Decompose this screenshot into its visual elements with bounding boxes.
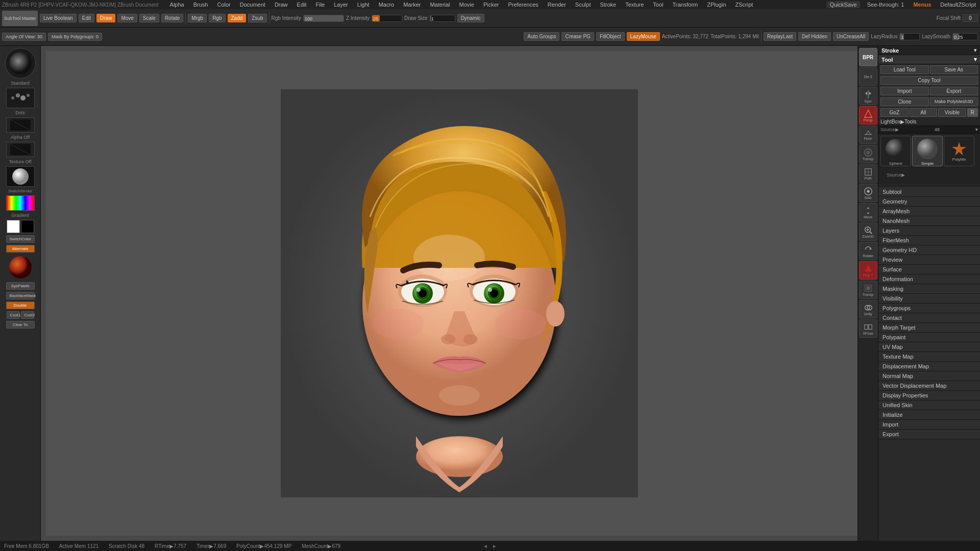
tool-item-deformation[interactable]: Deformation — [878, 274, 980, 284]
tool-item-visibility[interactable]: Visibility — [878, 294, 980, 304]
persp-icon-btn[interactable]: Persp — [859, 106, 877, 124]
menu-layer[interactable]: Layer — [332, 2, 350, 8]
menu-zscript[interactable]: ZScript — [733, 2, 755, 8]
make-polymesh-btn[interactable]: Make PolyMesh3D — [930, 97, 978, 106]
clone-btn[interactable]: Clone — [880, 97, 929, 106]
bpr-icon-btn[interactable]: BPR — [859, 48, 877, 66]
menu-color[interactable]: Color — [215, 2, 232, 8]
menu-render[interactable]: Render — [546, 2, 568, 8]
rgb-btn[interactable]: Rgb — [209, 14, 225, 22]
crease-pg-btn[interactable]: Crease PG — [561, 32, 594, 41]
tool-item-geometryhd[interactable]: Geometry HD — [878, 245, 980, 255]
menus-btn[interactable]: Menus — [911, 2, 933, 8]
see-through-label[interactable]: See-through: 1 — [865, 2, 906, 8]
tool-item-export[interactable]: Export — [878, 430, 980, 439]
draw-btn[interactable]: Draw — [96, 14, 115, 22]
canvas-inner[interactable] — [46, 51, 873, 536]
tool-item-nanomesh[interactable]: NanoMesh — [878, 216, 980, 226]
tool-item-display-properties[interactable]: Display Properties — [878, 391, 980, 400]
menu-document[interactable]: Document — [238, 2, 267, 8]
menu-transform[interactable]: Transform — [671, 2, 700, 8]
menu-zplugin[interactable]: ZPlugin — [705, 2, 728, 8]
zadd-btn[interactable]: Zadd — [228, 14, 247, 22]
mrgb-btn[interactable]: Mrgb — [188, 14, 207, 22]
switch-color-btn[interactable]: SwitchColor — [6, 235, 35, 243]
sphere-preview[interactable] — [6, 166, 35, 187]
dots-preview[interactable] — [6, 88, 35, 108]
angle-of-view[interactable]: Angle Of View: 30 — [2, 33, 46, 41]
menu-macro[interactable]: Macro — [377, 2, 397, 8]
menu-alpha[interactable]: Alpha — [168, 2, 186, 8]
menu-light[interactable]: Light — [355, 2, 372, 8]
menu-preferences[interactable]: Preferences — [506, 2, 540, 8]
move-icon-btn[interactable]: Move — [859, 203, 877, 221]
sym-icon-btn[interactable]: Sym — [859, 87, 877, 105]
backface-mask-btn[interactable]: BackfaceMask — [6, 292, 35, 299]
color-gradient[interactable] — [6, 195, 35, 211]
auto-groups-btn[interactable]: Auto Groups — [524, 32, 559, 41]
menu-file[interactable]: File — [314, 2, 327, 8]
character-display[interactable] — [46, 51, 873, 536]
save-as-btn[interactable]: Save As — [930, 65, 978, 74]
live-boolean-btn[interactable]: Live Boolean — [40, 14, 77, 22]
lazy-radius-slider[interactable]: 1 — [899, 33, 920, 40]
tool-item-normal-map[interactable]: Normal Map — [878, 371, 980, 381]
tool-item-displacement-map[interactable]: Displacement Map — [878, 362, 980, 371]
double-btn[interactable]: Double — [6, 302, 35, 309]
menu-picker[interactable]: Picker — [481, 2, 501, 8]
tool-item-polygroups[interactable]: Polygroups — [878, 304, 980, 313]
primary-color[interactable] — [7, 220, 20, 233]
unify-icon-btn[interactable]: Unify — [859, 300, 877, 318]
rotate-icon-btn[interactable]: Rotate — [859, 242, 877, 260]
scale-btn[interactable]: Scale — [139, 14, 159, 22]
tool-item-texture-map[interactable]: Texture Map — [878, 352, 980, 362]
menu-brush[interactable]: Brush — [191, 2, 210, 8]
dynamic-btn[interactable]: Dynamic — [457, 14, 484, 22]
transp2-icon-btn[interactable]: Transp — [859, 281, 877, 299]
defaultzscript-btn[interactable]: DefaultZScript — [938, 2, 978, 8]
rotate-btn[interactable]: Rotate — [161, 14, 183, 22]
collapse-icon[interactable]: ▾ — [974, 47, 977, 54]
tool-item-vector-displacement[interactable]: Vector Displacement Map — [878, 381, 980, 391]
menu-sculpt[interactable]: Sculpt — [573, 2, 593, 8]
rgb-intensity-slider[interactable]: 100 — [303, 15, 344, 22]
cust1-btn[interactable]: Cust1 — [7, 311, 20, 319]
tool-item-uv-map[interactable]: UV Map — [878, 342, 980, 352]
alpha-swatch[interactable] — [6, 117, 35, 133]
secondary-color[interactable] — [21, 220, 34, 233]
import-btn[interactable]: Import — [880, 87, 929, 95]
canvas-area[interactable] — [41, 46, 878, 541]
tool-item-geometry[interactable]: Geometry — [878, 197, 980, 207]
tool-item-layers[interactable]: Layers — [878, 226, 980, 236]
material-preview[interactable] — [8, 255, 33, 280]
brush-preview[interactable] — [5, 48, 36, 79]
lightbox-area[interactable]: LightBox▶Tools — [878, 118, 980, 126]
alternate-btn[interactable]: Alternate — [6, 245, 35, 253]
tool-item-initialize[interactable]: Initialize — [878, 410, 980, 420]
subtool-master-btn[interactable]: SubTool Master — [2, 11, 38, 26]
step3-icon-btn[interactable]: Ste 3 — [859, 67, 877, 86]
polif-icon-btn[interactable]: Polif — [859, 164, 877, 183]
all-btn[interactable]: All — [910, 108, 938, 117]
tool-item-unified-skin[interactable]: Unified Skin — [878, 400, 980, 410]
def-hidden-btn[interactable]: Def Hidden — [798, 32, 831, 41]
menu-stroke[interactable]: Stroke — [598, 2, 618, 8]
replay-last-btn[interactable]: ReplayLast — [764, 32, 796, 41]
uncrease-all-btn[interactable]: UnCreaseAll — [833, 32, 869, 41]
mask-by-polygroups[interactable]: Mask By Polygroups: 0 — [48, 33, 102, 41]
zoomd-icon-btn[interactable]: ZoomD — [859, 222, 877, 241]
menu-draw[interactable]: Draw — [273, 2, 290, 8]
tool-item-arraymesh[interactable]: ArrayMesh — [878, 207, 980, 216]
zsub-btn[interactable]: Zsub — [248, 14, 266, 22]
cust2-btn[interactable]: Cust2 — [21, 311, 34, 319]
simple-brush-preview[interactable]: Simple — [912, 136, 943, 166]
tool-item-surface[interactable]: Surface — [878, 265, 980, 274]
move-btn[interactable]: Move — [117, 14, 137, 22]
solo-icon-btn[interactable]: Solo — [859, 184, 877, 202]
menu-material[interactable]: Material — [428, 2, 452, 8]
menu-edit[interactable]: Edit — [295, 2, 309, 8]
texture-swatch[interactable] — [6, 142, 35, 157]
z-intensity-slider[interactable]: 25 — [372, 15, 402, 22]
lazy-mouse-btn[interactable]: LazyMouse — [627, 32, 660, 41]
goz-btn[interactable]: GoZ — [880, 108, 909, 117]
